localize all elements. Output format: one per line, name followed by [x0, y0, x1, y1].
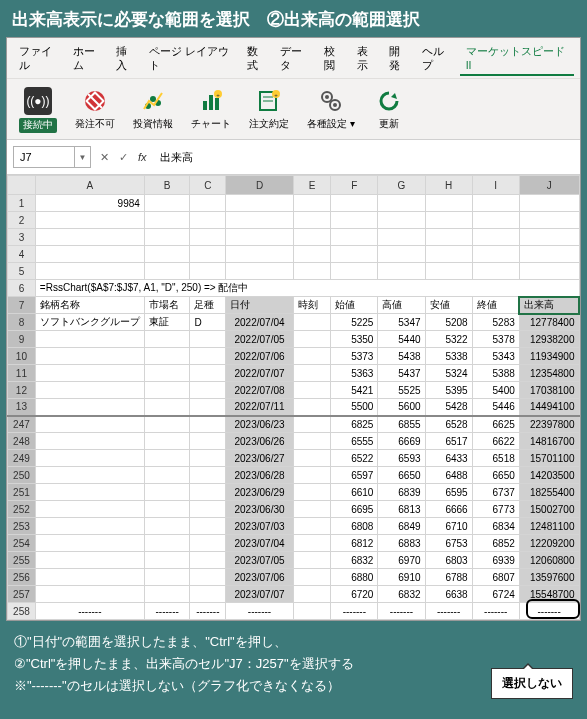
cell-F257[interactable]: 6720 — [331, 586, 378, 603]
cell-H11[interactable]: 5324 — [425, 365, 472, 382]
cell-G253[interactable]: 6849 — [378, 518, 425, 535]
cell-E249[interactable] — [293, 450, 331, 467]
cell-H258[interactable]: ------- — [425, 603, 472, 620]
cell-I253[interactable]: 6834 — [472, 518, 519, 535]
cell-A6[interactable]: =RssChart($A$7:$J$7, A1, "D", 250) => 配信… — [35, 280, 579, 297]
cell-I257[interactable]: 6724 — [472, 586, 519, 603]
cell-I247[interactable]: 6625 — [472, 416, 519, 433]
cell-J251[interactable]: 18255400 — [519, 484, 579, 501]
cell-D9[interactable]: 2022/07/05 — [226, 331, 294, 348]
cell-I249[interactable]: 6518 — [472, 450, 519, 467]
cell-A8[interactable]: ソフトバンクグループ — [35, 314, 144, 331]
cell-C8[interactable]: D — [190, 314, 226, 331]
cell-E5[interactable] — [293, 263, 331, 280]
col-header-F[interactable]: F — [331, 176, 378, 195]
menu-review[interactable]: 校閲 — [318, 42, 351, 76]
cell-J249[interactable]: 15701100 — [519, 450, 579, 467]
cell-A12[interactable] — [35, 382, 144, 399]
cell-G249[interactable]: 6593 — [378, 450, 425, 467]
cell-D256[interactable]: 2023/07/06 — [226, 569, 294, 586]
cell-F248[interactable]: 6555 — [331, 433, 378, 450]
cell-A258[interactable]: ------- — [35, 603, 144, 620]
fx-icon[interactable]: fx — [135, 151, 150, 163]
row-header-253[interactable]: 253 — [8, 518, 36, 535]
row-header-248[interactable]: 248 — [8, 433, 36, 450]
cell-I11[interactable]: 5388 — [472, 365, 519, 382]
cell-D250[interactable]: 2023/06/28 — [226, 467, 294, 484]
cell-D255[interactable]: 2023/07/05 — [226, 552, 294, 569]
col-header-C[interactable]: C — [190, 176, 226, 195]
cell-C2[interactable] — [190, 212, 226, 229]
col-header-J[interactable]: J — [519, 176, 579, 195]
cell-C12[interactable] — [190, 382, 226, 399]
menu-dev[interactable]: 開発 — [383, 42, 416, 76]
cell-F249[interactable]: 6522 — [331, 450, 378, 467]
cell-B252[interactable] — [144, 501, 190, 518]
cell-D10[interactable]: 2022/07/06 — [226, 348, 294, 365]
cell-H255[interactable]: 6803 — [425, 552, 472, 569]
cell-H256[interactable]: 6788 — [425, 569, 472, 586]
menu-help[interactable]: ヘルプ — [416, 42, 459, 76]
menu-view[interactable]: 表示 — [351, 42, 384, 76]
cell-F3[interactable] — [331, 229, 378, 246]
chevron-down-icon[interactable]: ▼ — [74, 147, 90, 167]
cell-E250[interactable] — [293, 467, 331, 484]
cell-C9[interactable] — [190, 331, 226, 348]
cell-E4[interactable] — [293, 246, 331, 263]
cell-F1[interactable] — [331, 195, 378, 212]
cell-G3[interactable] — [378, 229, 425, 246]
cell-C1[interactable] — [190, 195, 226, 212]
cell-G258[interactable]: ------- — [378, 603, 425, 620]
cell-H248[interactable]: 6517 — [425, 433, 472, 450]
cell-A255[interactable] — [35, 552, 144, 569]
cell-C250[interactable] — [190, 467, 226, 484]
cell-A249[interactable] — [35, 450, 144, 467]
cell-E8[interactable] — [293, 314, 331, 331]
cell-F9[interactable]: 5350 — [331, 331, 378, 348]
menu-file[interactable]: ファイル — [13, 42, 67, 76]
cell-B256[interactable] — [144, 569, 190, 586]
cell-E247[interactable] — [293, 416, 331, 433]
cell-D12[interactable]: 2022/07/08 — [226, 382, 294, 399]
cell-B258[interactable]: ------- — [144, 603, 190, 620]
cell-E9[interactable] — [293, 331, 331, 348]
cell-E3[interactable] — [293, 229, 331, 246]
cell-D254[interactable]: 2023/07/04 — [226, 535, 294, 552]
cell-H247[interactable]: 6528 — [425, 416, 472, 433]
cell-J12[interactable]: 17038100 — [519, 382, 579, 399]
cell-F10[interactable]: 5373 — [331, 348, 378, 365]
cell-I9[interactable]: 5378 — [472, 331, 519, 348]
cell-B247[interactable] — [144, 416, 190, 433]
cell-E255[interactable] — [293, 552, 331, 569]
cell-C11[interactable] — [190, 365, 226, 382]
cell-J13[interactable]: 14494100 — [519, 399, 579, 416]
cell-C249[interactable] — [190, 450, 226, 467]
cell-G11[interactable]: 5437 — [378, 365, 425, 382]
cell-J255[interactable]: 12060800 — [519, 552, 579, 569]
cell-I7[interactable]: 終値 — [472, 297, 519, 314]
cell-B255[interactable] — [144, 552, 190, 569]
cell-H7[interactable]: 安値 — [425, 297, 472, 314]
cell-D249[interactable]: 2023/06/27 — [226, 450, 294, 467]
cell-D247[interactable]: 2023/06/23 — [226, 416, 294, 433]
cell-J252[interactable]: 15002700 — [519, 501, 579, 518]
row-header-10[interactable]: 10 — [8, 348, 36, 365]
cell-E1[interactable] — [293, 195, 331, 212]
cell-C10[interactable] — [190, 348, 226, 365]
cell-C252[interactable] — [190, 501, 226, 518]
col-header-D[interactable]: D — [226, 176, 294, 195]
cell-G250[interactable]: 6650 — [378, 467, 425, 484]
cell-A250[interactable] — [35, 467, 144, 484]
col-header-B[interactable]: B — [144, 176, 190, 195]
cell-D1[interactable] — [226, 195, 294, 212]
cell-H257[interactable]: 6638 — [425, 586, 472, 603]
ribbon-settings[interactable]: 各種設定 ▾ — [303, 85, 359, 135]
cell-E251[interactable] — [293, 484, 331, 501]
cell-H8[interactable]: 5208 — [425, 314, 472, 331]
cell-F254[interactable]: 6812 — [331, 535, 378, 552]
row-header-247[interactable]: 247 — [8, 416, 36, 433]
cell-D5[interactable] — [226, 263, 294, 280]
cell-F8[interactable]: 5225 — [331, 314, 378, 331]
row-header-8[interactable]: 8 — [8, 314, 36, 331]
cell-B5[interactable] — [144, 263, 190, 280]
